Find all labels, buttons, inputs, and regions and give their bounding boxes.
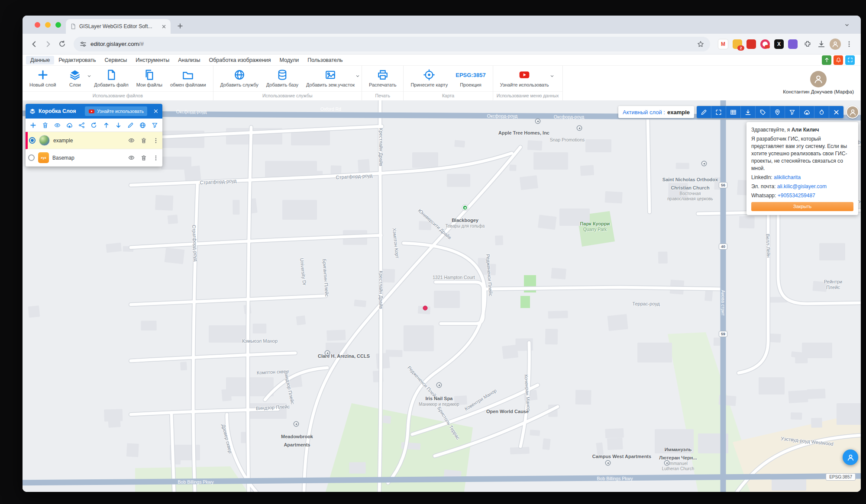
toolbar-button-распечатать[interactable]: Распечатать [365, 68, 400, 90]
move-down-icon[interactable] [115, 122, 122, 128]
layer-panel-close-button[interactable] [153, 109, 158, 114]
support-fab-button[interactable] [843, 449, 858, 465]
alert-button[interactable] [834, 55, 843, 65]
share-layer-icon[interactable] [78, 122, 85, 128]
downloads-button[interactable] [816, 39, 827, 50]
heatmap-tool[interactable] [814, 106, 829, 118]
poi-pin [577, 125, 582, 131]
edit-tool[interactable] [697, 106, 711, 118]
extension-icon-6[interactable] [788, 39, 798, 49]
extension-icon-4[interactable] [760, 39, 770, 49]
browser-profile-avatar[interactable] [830, 39, 841, 50]
cloud-tool[interactable] [799, 106, 814, 118]
layer-visibility-icon[interactable] [128, 154, 135, 161]
toolbar-button-обмен-файлами[interactable]: обмен файлами [167, 68, 210, 90]
map-poi-label: 1321 Hampton Court [433, 273, 475, 281]
toolbar-button-мои-файлы[interactable]: Мои файлы [133, 68, 166, 90]
layers-icon [29, 108, 36, 114]
learn-to-use-button[interactable]: Узнайте использовать [85, 106, 147, 116]
tab-title: GISLayer WebGIS Editor Soft... [79, 23, 158, 29]
chevron-down-icon[interactable] [355, 72, 360, 80]
active-layer-indicator[interactable]: Активный слой : example [618, 106, 694, 118]
example-point-feature[interactable] [423, 306, 428, 311]
extensions-puzzle-icon[interactable] [802, 39, 813, 50]
back-button[interactable] [29, 39, 40, 50]
toolbar-button-слои[interactable]: Слои [60, 68, 90, 90]
extension-icon-3[interactable] [746, 39, 756, 49]
move-up-icon[interactable] [103, 122, 110, 128]
address-bar[interactable]: editor.gislayer.com/# [74, 37, 710, 51]
layer-thumbnail: xyz [38, 152, 49, 163]
developer-chat-panel: Здравствуйте, я Али Килич Я разработчик … [746, 122, 858, 215]
whatsapp-link[interactable]: +905534259487 [778, 193, 815, 199]
upload-cloud-icon[interactable] [66, 122, 73, 128]
maximize-window-button[interactable] [55, 22, 61, 28]
menu-item-8[interactable]: Пользователь [303, 56, 347, 64]
extension-icon-2[interactable]: 2 [733, 39, 742, 49]
user-card[interactable]: Константин Докучаев (Марфа) [776, 66, 861, 100]
reload-button[interactable] [56, 39, 68, 50]
minimize-window-button[interactable] [45, 22, 51, 28]
refresh-layers-icon[interactable] [90, 122, 97, 128]
menu-item-7[interactable]: Модули [275, 56, 304, 64]
toolbar-group-caption: Карта [404, 91, 492, 100]
toolbar-button-узнайте-использовать[interactable]: Узнайте использовать [497, 68, 553, 90]
add-layer-icon[interactable] [30, 122, 36, 128]
toolbar-button-принесите-карту[interactable]: Принесите карту [407, 68, 451, 90]
developer-avatar[interactable] [846, 106, 859, 119]
upload-button[interactable] [822, 55, 831, 65]
close-window-button[interactable] [35, 22, 40, 28]
menu-item-5[interactable]: Анализы [174, 56, 204, 64]
close-tool[interactable] [829, 106, 843, 118]
filter-tool[interactable] [785, 106, 799, 118]
fullscreen-button[interactable] [845, 55, 855, 65]
layer-row-example[interactable]: example [26, 132, 162, 149]
forward-button[interactable] [42, 39, 54, 50]
visibility-icon[interactable] [54, 122, 61, 128]
toolbar-button-проекция[interactable]: EPSG:3857Проекция [452, 68, 489, 90]
attribute-table-tool[interactable] [726, 106, 740, 118]
layer-delete-icon[interactable] [141, 155, 147, 161]
tab-close-icon[interactable] [162, 24, 166, 29]
poi-pin [605, 460, 611, 466]
tab-search-chevron[interactable] [843, 21, 851, 29]
chat-close-button[interactable]: Закрыть [751, 202, 853, 211]
toolbar-button-добавить-службу[interactable]: Добавить службу [217, 68, 262, 90]
download-tool[interactable] [740, 106, 755, 118]
toolbar-button-добавить-базу[interactable]: Добавить базу [263, 68, 302, 90]
gmail-extension-icon[interactable]: M [718, 39, 728, 49]
label-tool[interactable] [755, 106, 770, 118]
delete-layer-icon[interactable] [42, 122, 48, 128]
layer-delete-icon[interactable] [141, 138, 147, 144]
menu-item-1[interactable]: Данные [26, 56, 54, 64]
toolbar-button-новый-слой[interactable]: Новый слой [26, 68, 59, 90]
menu-item-3[interactable]: Сервисы [100, 56, 132, 64]
toolbar-button-добавить-зем-участок[interactable]: Добавить зем.участок [303, 68, 358, 90]
menu-item-4[interactable]: Инструменты [131, 56, 174, 64]
filter-layer-icon[interactable] [152, 122, 158, 128]
browser-menu-button[interactable] [843, 39, 855, 50]
x-extension-icon[interactable]: X [774, 39, 784, 49]
layer-menu-icon[interactable] [153, 138, 159, 144]
layer-row-basemap[interactable]: xyz Basemap [26, 149, 162, 167]
chevron-down-icon[interactable] [549, 72, 555, 80]
edit-layer-icon[interactable] [127, 122, 134, 128]
layer-visibility-icon[interactable] [128, 137, 135, 144]
linkedin-link[interactable]: alikilicharita [774, 174, 801, 180]
site-settings-icon[interactable] [80, 41, 87, 48]
email-link[interactable]: ali.kilic@gislayer.com [777, 183, 827, 189]
marker-tool[interactable] [770, 106, 785, 118]
layer-radio[interactable] [28, 154, 35, 161]
toolbar-button-добавить-файл[interactable]: Добавить файл [90, 68, 132, 90]
browser-tab[interactable]: GISLayer WebGIS Editor Soft... [66, 19, 171, 34]
app-toolbar: Новый слойСлоиДобавить файлМои файлыобме… [23, 66, 861, 101]
layer-menu-icon[interactable] [153, 155, 159, 161]
new-tab-button[interactable] [176, 22, 184, 30]
layer-radio[interactable] [29, 137, 36, 144]
menu-item-6[interactable]: Обработка изображения [204, 56, 275, 64]
menu-item-2[interactable]: Редактировать [54, 56, 100, 64]
browser-toolbar: editor.gislayer.com/# M2X [23, 34, 861, 55]
zoom-extent-tool[interactable] [711, 106, 726, 118]
bookmark-star-icon[interactable] [697, 41, 704, 48]
layer-globe-icon[interactable] [139, 122, 146, 128]
